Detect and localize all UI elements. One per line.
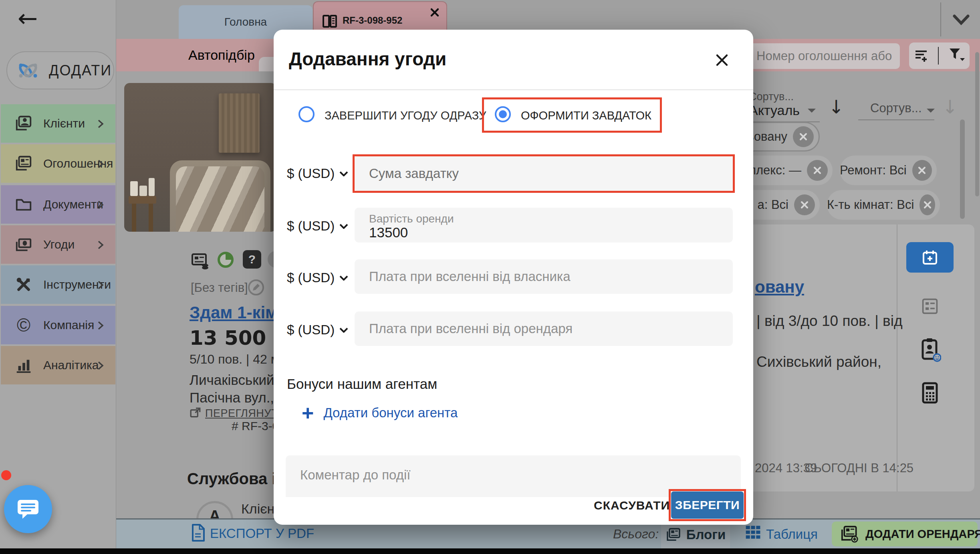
chip-label: ьовану [748, 129, 787, 144]
add-button-label: ДОДАТИ [49, 62, 112, 79]
tools-icon [14, 275, 33, 294]
blogs-button[interactable]: Блоги [661, 521, 730, 548]
client-report-icon[interactable] [920, 337, 941, 363]
currency-select[interactable]: $ (USD) [287, 166, 348, 181]
caret-down-icon [926, 108, 936, 113]
filter-funnel-icon[interactable] [947, 47, 966, 65]
sort-add-icon[interactable] [913, 47, 930, 64]
photo-table-leg [149, 204, 153, 232]
calculator-icon[interactable] [921, 382, 939, 404]
radio-finish-label[interactable]: ЗАВЕРШИТИ УГОДУ ОДРАЗУ [325, 109, 486, 122]
details-card-icon[interactable] [921, 297, 939, 315]
sidebar-item-label: Аналітика [43, 358, 99, 372]
cancel-button[interactable]: СКАСУВАТИ [594, 499, 670, 512]
panel-scrollbar[interactable] [960, 119, 965, 219]
rent-cost-field[interactable]: Вартість оренди 13500 [355, 208, 733, 243]
chip-remove-icon[interactable] [807, 160, 828, 181]
help-icon[interactable]: ? [243, 250, 261, 269]
detail-floors: | від 3/до 10 пов. | від [756, 313, 903, 330]
sort-direction-desc-icon[interactable]: ↓ [829, 96, 844, 118]
add-button[interactable]: ДОДАТИ [6, 51, 114, 89]
app-root: ← ДОДАТИ Клієнти Оголошення Документи Уг… [0, 0, 980, 554]
sort-field-label: Сортув... [749, 91, 794, 103]
table-view-link[interactable]: Таблиця [766, 527, 818, 542]
external-link-icon [190, 406, 202, 419]
photo-candle [130, 181, 138, 196]
client-label: Клієн [241, 501, 274, 517]
sort-select-2-label: Сортув... [870, 101, 922, 115]
tenant-move-in-fee-input[interactable] [355, 311, 733, 346]
radio-make-deposit[interactable] [495, 106, 511, 122]
back-arrow-icon[interactable]: ← [18, 4, 38, 32]
chat-widget-button[interactable] [4, 485, 52, 533]
chat-notification-dot [1, 470, 11, 480]
sidebar-item-documents[interactable]: Документи [1, 185, 115, 224]
radio-selected-dot [499, 110, 507, 118]
deposit-amount-input[interactable] [355, 156, 733, 191]
chip-remove-icon[interactable] [793, 126, 814, 147]
sidebar-item-company[interactable]: © Компанія [1, 306, 115, 344]
detail-title-end[interactable]: овану [755, 277, 804, 297]
detail-area: Сихівський район, [756, 354, 881, 370]
radio-finish-deal[interactable] [298, 106, 315, 122]
export-pdf-link[interactable]: ЕКСПОРТ У PDF [210, 526, 314, 541]
sidebar-item-tools[interactable]: Інструменти [1, 265, 115, 304]
copyright-icon: © [14, 316, 33, 334]
window-scrollbar[interactable] [975, 52, 979, 196]
add-agent-bonus-link[interactable]: + Додати бонуси агента [302, 402, 458, 423]
tabs-overflow-button[interactable] [942, 0, 980, 39]
chip-remove-icon[interactable] [794, 194, 815, 215]
rent-cost-value: 13500 [369, 224, 408, 241]
chip-remove-icon[interactable] [912, 160, 932, 181]
app-logo-icon [16, 59, 40, 83]
save-button[interactable]: ЗБЕРЕГТИ [671, 491, 744, 519]
photo-wall-art [219, 93, 260, 153]
edit-tags-icon[interactable] [247, 278, 265, 297]
autopick-link[interactable]: Автопідбір [188, 47, 255, 63]
sidebar-item-label: Угоди [43, 238, 75, 251]
add-tenant-label: ДОДАТИ ОРЕНДАРЯ [865, 528, 980, 541]
owner-move-in-fee-input[interactable] [355, 259, 733, 294]
filter-chip[interactable]: К-ть кімнат: Всі [827, 190, 940, 220]
sidebar-item-ads[interactable]: Оголошення [1, 144, 115, 183]
sort-select-1-value: Актуаль [749, 103, 800, 118]
sidebar-item-clients[interactable]: Клієнти [1, 104, 115, 143]
chip-label: К-ть кімнат: Всі [827, 198, 914, 212]
currency-select[interactable]: $ (USD) [287, 218, 348, 234]
filter-chip[interactable]: Ремонт: Всі [840, 156, 937, 185]
currency-value: $ (USD) [287, 218, 335, 234]
sidebar-item-analytics[interactable]: Аналітика [1, 346, 115, 384]
table-view-icon [744, 524, 762, 542]
listing-photo[interactable] [124, 83, 276, 232]
rent-cost-label: Вартість оренди [369, 212, 454, 225]
folder-icon [14, 195, 33, 214]
sort-select-2[interactable]: Сортув... [858, 101, 934, 120]
filter-button-group [909, 42, 970, 69]
screen-bottom-strip [0, 548, 980, 554]
currency-select[interactable]: $ (USD) [287, 270, 348, 285]
currency-select[interactable]: $ (USD) [287, 322, 348, 338]
radio-deposit-label[interactable]: ОФОРМИТИ ЗАВДАТОК [521, 109, 651, 122]
photo-candle [149, 178, 155, 196]
sidebar-item-deals[interactable]: Угоди [1, 225, 115, 264]
photo-side-table [129, 196, 156, 204]
add-tenant-icon [841, 525, 860, 543]
tab-close-icon[interactable] [429, 7, 440, 18]
caret-down-icon [807, 108, 817, 113]
chip-label: а: Всі [757, 198, 788, 212]
add-tenant-button[interactable]: ДОДАТИ ОРЕНДАРЯ [832, 522, 978, 546]
chevron-right-icon [97, 280, 104, 290]
modal-close-icon[interactable] [714, 52, 730, 68]
currency-value: $ (USD) [287, 270, 335, 285]
listing-type-icon[interactable] [191, 251, 210, 270]
sidebar-item-label: Компанія [43, 318, 94, 332]
add-event-button[interactable] [906, 242, 954, 273]
sort-direction-2-icon[interactable]: ↓ [942, 96, 958, 118]
chevron-right-icon [97, 321, 104, 330]
sort-select-1[interactable]: Актуаль [749, 103, 820, 122]
pdf-icon [191, 524, 205, 542]
listing-title-link[interactable]: Здам 1-кім [190, 303, 278, 322]
tab-listing-label: RF-3-098-952 [343, 15, 402, 26]
time-status-icon[interactable] [217, 251, 234, 269]
chip-remove-icon[interactable] [920, 194, 935, 215]
